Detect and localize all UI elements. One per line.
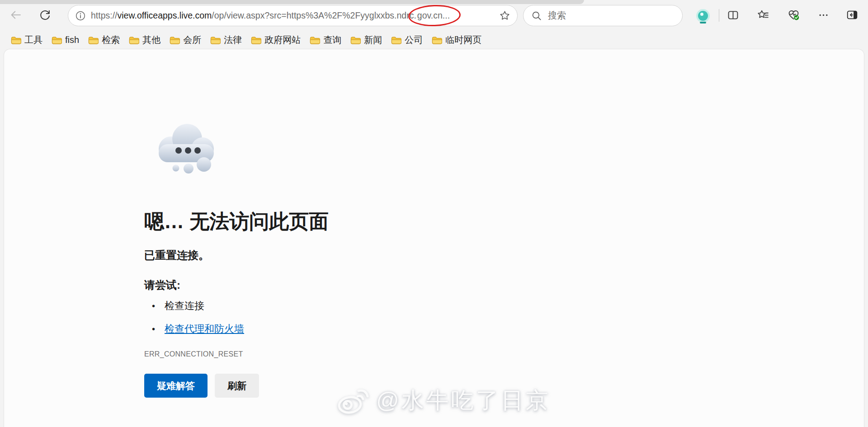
weibo-logo-icon <box>336 387 370 415</box>
bookmark-label: 工具 <box>24 34 42 46</box>
suggestion-proxy-firewall-link[interactable]: 检查代理和防火墙 <box>165 322 244 336</box>
bookmark-folder[interactable]: fish <box>47 33 84 47</box>
bookmark-folder[interactable]: 新闻 <box>346 32 387 48</box>
reload-icon <box>39 9 51 21</box>
split-screen-button[interactable] <box>725 7 741 23</box>
folder-icon <box>310 36 320 45</box>
url-path: /op/view.aspx?src=https%3A%2F%2Fyyglxxbs… <box>212 10 416 21</box>
sidebar-panel-icon <box>846 9 859 21</box>
bookmark-label: 公司 <box>405 34 423 46</box>
troubleshoot-button[interactable]: 疑难解答 <box>144 374 208 398</box>
folder-icon <box>11 36 21 45</box>
error-page: 嗯… 无法访问此页面 已重置连接。 请尝试: • 检查连接 • 检查代理和防火墙… <box>4 49 864 427</box>
cloud-error-illustration <box>153 121 224 177</box>
bookmark-folder[interactable]: 查询 <box>305 32 346 48</box>
browser-essentials-button[interactable] <box>786 7 801 23</box>
error-subtitle: 已重置连接。 <box>144 248 209 263</box>
browser-toolbar: https://view.officeapps.live.com/op/view… <box>0 4 868 31</box>
split-screen-icon <box>727 9 739 21</box>
bookmark-label: 新闻 <box>364 34 382 46</box>
favorite-star-icon[interactable] <box>499 9 511 22</box>
url-circled-segment: gov.cn... <box>416 10 451 21</box>
reload-button[interactable] <box>37 7 52 23</box>
address-bar[interactable]: https://view.officeapps.live.com/op/view… <box>68 5 518 26</box>
site-info-icon[interactable] <box>75 10 86 22</box>
favorites-list-icon <box>757 9 769 21</box>
bookmark-folder[interactable]: 临时网页 <box>427 32 486 48</box>
error-title: 嗯… 无法访问此页面 <box>144 208 329 235</box>
bookmark-label: 其他 <box>142 34 160 46</box>
url-scheme: https:// <box>91 10 118 21</box>
bookmark-label: 会所 <box>183 34 201 46</box>
favorites-list-button[interactable] <box>755 7 771 23</box>
more-ellipsis-icon <box>817 9 830 21</box>
bookmarks-bar: 工具 fish 检索 <box>0 31 868 49</box>
refresh-button[interactable]: 刷新 <box>215 374 259 398</box>
url-domain: view.officeapps.live.com <box>118 10 212 21</box>
error-actions: 疑难解答 刷新 <box>144 374 259 398</box>
browser-essentials-icon <box>787 9 800 22</box>
error-try-heading: 请尝试: <box>144 278 180 292</box>
url-text: https://view.officeapps.live.com/op/view… <box>91 10 499 21</box>
tab-strip-remnant <box>0 0 584 4</box>
folder-icon <box>52 36 62 45</box>
folder-icon <box>210 36 221 45</box>
bookmark-label: 临时网页 <box>445 34 481 46</box>
webcam-extension-icon[interactable] <box>696 9 710 23</box>
bookmark-label: 政府网站 <box>264 34 301 46</box>
suggestion-check-connection: 检查连接 <box>165 299 204 313</box>
bookmark-folder[interactable]: 公司 <box>387 32 427 48</box>
error-code: ERR_CONNECTION_RESET <box>144 350 243 358</box>
folder-icon <box>170 36 180 45</box>
toolbar-divider <box>719 9 719 22</box>
back-arrow-icon <box>9 9 22 21</box>
settings-more-button[interactable] <box>816 7 831 23</box>
suggestion-item: • 检查连接 <box>152 299 204 313</box>
suggestion-item: • 检查代理和防火墙 <box>152 322 244 336</box>
folder-icon <box>432 36 442 45</box>
bookmark-label: 法律 <box>224 34 242 46</box>
bookmark-folder[interactable]: 其他 <box>124 32 165 48</box>
folder-icon <box>251 36 261 45</box>
bookmark-folder[interactable]: 会所 <box>165 32 206 48</box>
bookmark-folder[interactable]: 法律 <box>206 32 246 48</box>
bookmark-label: 查询 <box>323 34 341 46</box>
search-bar[interactable] <box>523 5 683 26</box>
search-icon <box>531 10 542 22</box>
folder-icon <box>391 36 401 45</box>
sidebar-toggle-button[interactable] <box>844 7 860 23</box>
bookmark-label: fish <box>65 35 79 45</box>
back-button[interactable] <box>8 7 24 23</box>
watermark-text: @水牛吃了日京 <box>376 385 551 416</box>
weibo-watermark: @水牛吃了日京 <box>336 385 551 416</box>
folder-icon <box>129 36 139 45</box>
bullet: • <box>152 301 155 311</box>
bullet: • <box>152 324 155 334</box>
folder-icon <box>88 36 99 45</box>
bookmark-folder[interactable]: 工具 <box>6 32 47 48</box>
search-input[interactable] <box>548 10 665 21</box>
folder-icon <box>350 36 361 45</box>
bookmark-folder[interactable]: 检索 <box>84 32 124 48</box>
bookmark-label: 检索 <box>102 34 120 46</box>
bookmark-folder[interactable]: 政府网站 <box>246 32 305 48</box>
browser-window: https://view.officeapps.live.com/op/view… <box>0 0 868 427</box>
